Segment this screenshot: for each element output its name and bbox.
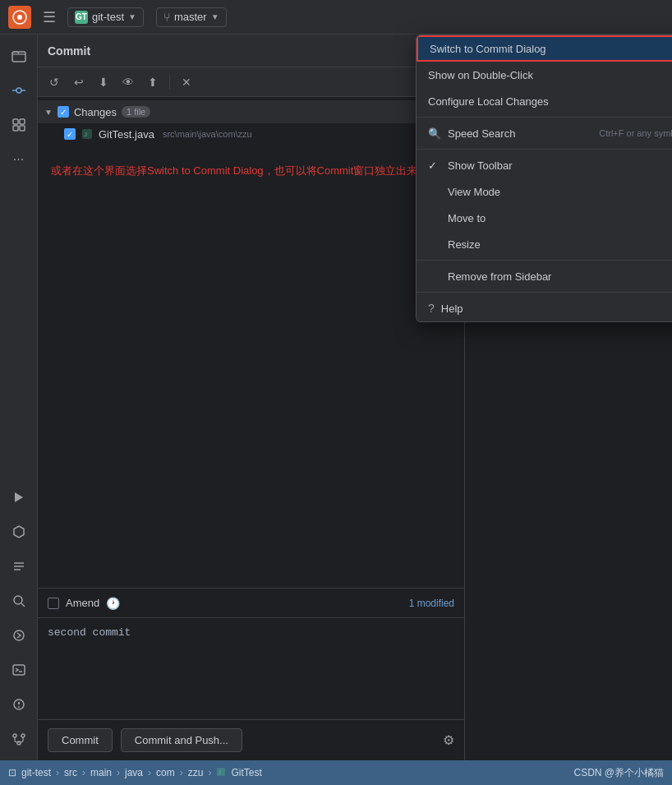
settings-icon[interactable]: ⚙ bbox=[443, 732, 454, 748]
branch-icon: ⑂ bbox=[163, 11, 170, 24]
svg-rect-7 bbox=[20, 119, 25, 124]
status-watermark: CSDN @养个小橘猫 bbox=[573, 766, 664, 780]
modified-badge: 1 modified bbox=[409, 598, 454, 609]
left-sidebar: ··· bbox=[0, 35, 38, 760]
sidebar-item-commit[interactable] bbox=[4, 76, 34, 105]
sidebar-item-folder[interactable] bbox=[4, 41, 34, 71]
sidebar-item-build[interactable] bbox=[4, 517, 34, 547]
top-bar: ☰ GT git-test ▼ ⑂ master ▼ bbox=[0, 0, 672, 35]
menu-label-view-mode: View Mode bbox=[448, 186, 670, 198]
svg-point-23 bbox=[21, 734, 25, 737]
amend-checkbox[interactable] bbox=[48, 598, 59, 609]
menu-item-show-double-click[interactable]: Show on Double-Click ▶ bbox=[417, 62, 672, 88]
commit-message-input[interactable]: second commit bbox=[38, 618, 464, 717]
breadcrumb-git-test-file: GitTest bbox=[231, 767, 261, 778]
menu-label-speed-search: Speed Search bbox=[448, 127, 592, 140]
menu-separator-3 bbox=[417, 260, 672, 261]
breadcrumb-git-test: git-test bbox=[21, 767, 51, 778]
commit-button[interactable]: Commit bbox=[48, 728, 113, 752]
menu-item-switch-commit-dialog[interactable]: Switch to Commit Dialog bbox=[417, 35, 672, 62]
menu-item-remove-sidebar[interactable]: Remove from Sidebar bbox=[417, 263, 672, 289]
menu-item-configure-local[interactable]: Configure Local Changes ▶ bbox=[417, 88, 672, 114]
toolbar-download-btn[interactable]: ⬇ bbox=[94, 72, 113, 92]
breadcrumb-src: src bbox=[64, 767, 77, 778]
branch-selector[interactable]: ⑂ master ▼ bbox=[156, 7, 227, 27]
sidebar-item-debug[interactable] bbox=[4, 621, 34, 650]
menu-label-switch: Switch to Commit Dialog bbox=[430, 43, 672, 55]
clock-icon[interactable]: 🕐 bbox=[106, 597, 120, 610]
annotation-text: 或者在这个界面选择Switch to Commit Dialog，也可以将Com… bbox=[38, 145, 464, 196]
svg-point-21 bbox=[18, 706, 20, 708]
menu-item-speed-search[interactable]: 🔍 Speed Search Ctrl+F or any symbol bbox=[417, 120, 672, 146]
hamburger-menu[interactable]: ☰ bbox=[39, 5, 59, 30]
menu-label-show-toolbar: Show Toolbar bbox=[448, 159, 672, 172]
sidebar-item-terminal[interactable] bbox=[4, 655, 34, 685]
menu-label-help: Help bbox=[441, 302, 672, 315]
breadcrumb-file-icon: J bbox=[216, 767, 226, 779]
menu-item-move-to[interactable]: Move to ▶ bbox=[417, 205, 672, 231]
sidebar-item-git[interactable] bbox=[4, 724, 34, 754]
changes-checkbox[interactable]: ✓ bbox=[58, 106, 69, 118]
menu-separator-2 bbox=[417, 149, 672, 150]
amend-bar: Amend 🕐 1 modified bbox=[38, 589, 464, 618]
menu-item-view-mode[interactable]: View Mode ▶ bbox=[417, 178, 672, 205]
menu-label-configure: Configure Local Changes bbox=[428, 95, 670, 108]
context-menu[interactable]: Switch to Commit Dialog Show on Double-C… bbox=[416, 35, 672, 322]
file-count-badge: 1 file bbox=[122, 106, 150, 118]
app-logo bbox=[8, 6, 31, 29]
svg-point-3 bbox=[16, 88, 21, 93]
menu-separator-4 bbox=[417, 292, 672, 293]
changes-tree: ▼ ✓ Changes 1 file ✓ J GitTest.java src\… bbox=[38, 97, 464, 588]
project-selector[interactable]: GT git-test ▼ bbox=[67, 7, 144, 27]
sidebar-item-more[interactable]: ··· bbox=[4, 145, 34, 174]
toolbar-eye-btn[interactable]: 👁 bbox=[118, 72, 138, 92]
speed-search-shortcut: Ctrl+F or any symbol bbox=[599, 128, 672, 138]
sidebar-item-search[interactable] bbox=[4, 586, 34, 616]
commit-message-section: Amend 🕐 1 modified second commit bbox=[38, 588, 464, 719]
file-checkbox[interactable]: ✓ bbox=[64, 128, 76, 140]
menu-separator-1 bbox=[417, 117, 672, 118]
breadcrumb-sep-6: › bbox=[208, 767, 211, 778]
toolbar-undo-btn[interactable]: ↩ bbox=[69, 72, 89, 92]
checkmark-icon: ✓ bbox=[428, 159, 441, 172]
toolbar-separator bbox=[169, 75, 170, 90]
sidebar-item-run[interactable] bbox=[4, 483, 34, 512]
svg-point-14 bbox=[14, 596, 22, 604]
changes-chevron-icon: ▼ bbox=[44, 108, 53, 117]
svg-text:J: J bbox=[219, 769, 222, 775]
breadcrumb-sep-2: › bbox=[82, 767, 85, 778]
commit-actions: Commit Commit and Push... ⚙ bbox=[38, 719, 464, 760]
svg-line-15 bbox=[21, 603, 25, 607]
amend-label: Amend bbox=[66, 597, 99, 609]
menu-item-resize[interactable]: Resize ▶ bbox=[417, 231, 672, 257]
menu-item-show-toolbar[interactable]: ✓ Show Toolbar bbox=[417, 152, 672, 178]
menu-label-move-to: Move to bbox=[448, 212, 670, 224]
breadcrumb-java: java bbox=[125, 767, 143, 778]
project-icon: GT bbox=[75, 11, 88, 24]
menu-item-help[interactable]: ? Help bbox=[417, 295, 672, 321]
sidebar-item-structure[interactable] bbox=[4, 110, 34, 140]
sidebar-item-todo[interactable] bbox=[4, 552, 34, 581]
file-type-icon: J bbox=[81, 127, 94, 141]
breadcrumb-sep-5: › bbox=[180, 767, 183, 778]
svg-rect-9 bbox=[20, 126, 25, 131]
breadcrumb-main: main bbox=[90, 767, 112, 778]
breadcrumb-sep-1: › bbox=[56, 767, 59, 778]
menu-label-remove-sidebar: Remove from Sidebar bbox=[448, 270, 672, 283]
toolbar-refresh-btn[interactable]: ↺ bbox=[44, 72, 64, 92]
svg-rect-8 bbox=[13, 126, 18, 131]
toolbar-upload-btn[interactable]: ⬆ bbox=[143, 72, 163, 92]
toolbar-close-btn[interactable]: ✕ bbox=[177, 72, 196, 92]
commit-and-push-button[interactable]: Commit and Push... bbox=[121, 728, 242, 752]
file-name: GitTest.java bbox=[99, 128, 154, 141]
sidebar-item-notifications[interactable] bbox=[4, 690, 34, 719]
menu-label-double-click: Show on Double-Click bbox=[428, 69, 670, 81]
git-status-icon: ⊡ bbox=[8, 767, 16, 778]
amend-left: Amend 🕐 bbox=[48, 597, 120, 610]
commit-panel: Commit ↺ ↩ ⬇ 👁 ⬆ ✕ ▼ ✓ Changes 1 file ✓ … bbox=[38, 35, 465, 760]
branch-chevron-icon: ▼ bbox=[211, 12, 219, 21]
file-item-gittest[interactable]: ✓ J GitTest.java src\main\java\com\zzu bbox=[38, 123, 464, 145]
svg-text:J: J bbox=[84, 131, 87, 138]
search-icon: 🔍 bbox=[428, 127, 441, 140]
changes-group-header[interactable]: ▼ ✓ Changes 1 file bbox=[38, 100, 464, 123]
